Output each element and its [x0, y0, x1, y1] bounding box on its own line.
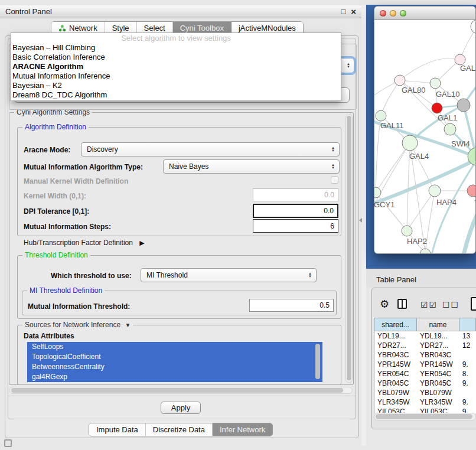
table-cell: 9. [459, 397, 476, 407]
table-cell: YBR045C [417, 379, 459, 388]
collapse-down-icon[interactable]: ▼ [125, 322, 131, 328]
popup-item[interactable]: Basic Correlation Inference [11, 53, 341, 62]
network-window-titlebar[interactable] [374, 6, 475, 20]
float-panel-icon[interactable]: □ [341, 8, 345, 15]
aracne-mode-combo[interactable]: Discovery ▲▼ [81, 142, 340, 156]
list-item[interactable]: SelfLoops [27, 342, 322, 352]
table-row[interactable]: YBL079WYBL079W [374, 388, 476, 397]
minimize-window-icon[interactable] [390, 10, 396, 17]
list-item[interactable]: gal4RGexp [27, 372, 322, 382]
node-label: GAL [460, 64, 475, 73]
tab-infer-network[interactable]: Infer Network [213, 423, 272, 436]
network-edge [400, 58, 460, 80]
combo-stepper-icon: ▲▼ [331, 164, 335, 169]
document-icon[interactable] [471, 297, 476, 311]
node-label: GCY1 [374, 200, 395, 209]
data-attributes-list[interactable]: SelfLoopsTopologicalCoefficientBetweenne… [27, 342, 322, 382]
popup-item[interactable]: Bayesian – K2 [11, 81, 341, 90]
network-node[interactable] [457, 99, 470, 112]
network-edge [407, 191, 435, 231]
apply-divider [8, 396, 356, 396]
tab-discretize-data[interactable]: Discretize Data [146, 423, 213, 436]
combo-stepper-icon: ▲▼ [347, 63, 350, 69]
columns-icon[interactable] [397, 299, 407, 309]
manual-kernel-checkbox[interactable] [331, 176, 338, 184]
table-cell: 8. [459, 369, 476, 379]
tab-impute-data[interactable]: Impute Data [89, 423, 146, 436]
network-node[interactable] [430, 78, 441, 89]
list-item[interactable]: TopologicalCoefficient [27, 352, 322, 362]
mi-steps-field[interactable]: 6 [253, 219, 338, 233]
node-label: Y [474, 198, 475, 207]
network-node[interactable] [471, 20, 475, 34]
table-header-row: shared...name [374, 318, 476, 331]
table-row[interactable]: YPR145WYPR145W9. [374, 360, 476, 369]
table-cell: YBR043C [417, 350, 459, 360]
network-node[interactable] [402, 226, 412, 236]
network-node[interactable] [444, 123, 456, 135]
list-item[interactable]: BetweennessCentrality [27, 362, 322, 372]
table-row[interactable]: YDL19...YDL19...13 [374, 331, 476, 341]
close-panel-icon[interactable]: × [351, 8, 356, 15]
popup-item[interactable]: Dream8 DC_TDC Algorithm [11, 90, 341, 100]
table-cell: 9. [459, 379, 476, 388]
table-row[interactable]: YBR045CYBR045C9. [374, 379, 476, 388]
dpi-tolerance-field[interactable]: 0.0 [253, 204, 338, 218]
settings-vertical-scrollbar[interactable] [345, 114, 353, 383]
kernel-width-field[interactable]: 0.0 [253, 188, 338, 201]
gear-icon[interactable]: ⚙ [380, 298, 389, 311]
tab-label: Network [69, 24, 97, 32]
unchecked-boxes-icon[interactable]: ☐☐ [442, 300, 459, 309]
control-panel-titlebar: Control Panel □ × [0, 5, 361, 18]
network-canvas[interactable]: GALGAL80GAL10GAL1GAL11SWI4GAL4GCY1HAP4YH… [374, 20, 475, 254]
table-row[interactable]: YDR27...YDR27...12 [374, 341, 476, 350]
table-row[interactable]: YER054CYER054C8. [374, 369, 476, 379]
network-node[interactable] [395, 75, 405, 86]
settings-horizontal-scrollbar[interactable] [9, 387, 353, 394]
node-label: SWI4 [451, 139, 470, 148]
popup-item[interactable]: Bayesian – Hill Climbing [11, 43, 341, 53]
mi-threshold-field[interactable]: 0.5 [249, 299, 334, 312]
combo-stepper-icon: ▲▼ [308, 272, 312, 278]
collapsed-panel-icon[interactable] [4, 439, 12, 447]
checked-boxes-icon[interactable]: ☑☑ [420, 300, 438, 309]
popup-item[interactable]: ARACNE Algorithm [11, 62, 341, 71]
attributes-list-scrollbar[interactable] [315, 344, 320, 379]
zoom-window-icon[interactable] [400, 10, 406, 17]
node-label: GAL80 [402, 86, 425, 94]
table-cell [459, 350, 476, 360]
mi-threshold-legend: MI Threshold Definition [27, 286, 105, 295]
network-node[interactable] [467, 185, 475, 197]
column-header[interactable]: name [417, 318, 459, 331]
tab-label: Discretize Data [153, 425, 205, 434]
network-node[interactable] [374, 187, 381, 198]
which-threshold-combo[interactable]: MI Threshold ▲▼ [141, 268, 317, 282]
column-header[interactable]: shared... [374, 318, 417, 331]
sources-legend[interactable]: Sources for Network Inference ▼ [22, 321, 133, 329]
network-edge [374, 157, 475, 204]
mi-type-combo[interactable]: Naive Bayes ▲▼ [163, 159, 340, 174]
tab-label: jActiveMNodules [239, 24, 296, 32]
panel-splitter[interactable] [361, 5, 366, 446]
hub-definition-toggle[interactable]: Hub/Transcription Factor Definition ▶ [24, 239, 145, 247]
network-node[interactable] [402, 135, 418, 151]
splitter-collapse-icon[interactable] [359, 218, 362, 223]
expand-right-icon[interactable]: ▶ [139, 239, 144, 246]
column-header[interactable] [459, 318, 476, 331]
table-row[interactable]: YBR043CYBR043C [374, 350, 476, 360]
table-row[interactable]: YLR345WYLR345W9. [374, 397, 476, 407]
network-node[interactable] [432, 103, 442, 113]
manual-kernel-label: Manual Kernel Width Definition [24, 177, 128, 185]
table-cell: YPR145W [417, 360, 459, 369]
network-node[interactable] [376, 110, 386, 121]
network-node[interactable] [429, 185, 441, 197]
node-label: HAP4 [436, 198, 457, 207]
table-horizontal-scrollbar[interactable] [374, 413, 476, 420]
table-cell: YBR043C [374, 350, 417, 360]
popup-item[interactable]: Mutual Information Inference [11, 71, 341, 81]
algorithm-definition-legend: Algorithm Definition [22, 123, 89, 131]
node-label: GAL1 [438, 113, 457, 122]
tab-label: Impute Data [96, 425, 138, 434]
apply-button[interactable]: Apply [161, 402, 201, 414]
close-window-icon[interactable] [380, 10, 386, 17]
